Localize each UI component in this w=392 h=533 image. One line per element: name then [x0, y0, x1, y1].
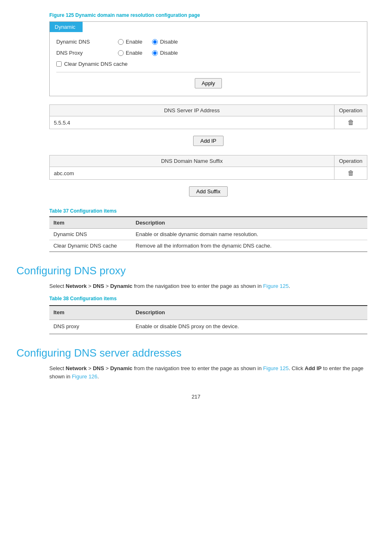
section1-heading: Configuring DNS proxy	[16, 264, 376, 277]
table38-row1-desc: Enable or disable DNS proxy on the devic…	[131, 320, 367, 334]
table37-col-desc: Description	[131, 217, 367, 229]
section2-heading: Configuring DNS server addresses	[16, 347, 376, 359]
clear-cache-row: Clear Dynamic DNS cache	[56, 58, 360, 70]
dns-server-table: DNS Server IP Address Operation 5.5.5.4 …	[49, 104, 367, 129]
section2-text5: Click	[290, 365, 304, 371]
section2-figure126-link[interactable]: Figure 126	[72, 373, 97, 380]
section2-paragraph: Select Network > DNS > Dynamic from the …	[49, 364, 367, 382]
page-number: 217	[16, 394, 376, 400]
section2-text4: from the navigation tree to enter the pa…	[132, 365, 263, 371]
section2-bold2: DNS	[93, 365, 104, 371]
clear-cache-label: Clear Dynamic DNS cache	[64, 61, 128, 67]
apply-button[interactable]: Apply	[195, 78, 222, 88]
section1-bold3: Dynamic	[110, 283, 132, 289]
dns-server-col-header: DNS Server IP Address	[50, 105, 334, 116]
section1-figure-link[interactable]: Figure 125	[263, 283, 288, 289]
dns-suffix-table: DNS Domain Name Suffix Operation abc.com…	[49, 155, 367, 180]
table38-col-item: Item	[49, 306, 131, 320]
dynamic-dns-row: Dynamic DNS Enable Disable	[56, 36, 360, 47]
table-row: Dynamic DNS Enable or disable dynamic do…	[49, 229, 367, 240]
dynamic-dns-disable-option[interactable]: Disable	[152, 39, 178, 45]
dynamic-dns-enable-option[interactable]: Enable	[118, 39, 142, 45]
section2-end: .	[97, 373, 99, 380]
section2-text1: Select	[49, 365, 66, 371]
table37: Item Description Dynamic DNS Enable or d…	[49, 216, 367, 252]
dns-ip-value: 5.5.5.4	[50, 116, 334, 129]
dynamic-dns-label: Dynamic DNS	[56, 39, 118, 45]
dns-proxy-enable-label: Enable	[126, 50, 142, 56]
figure-title: Figure 125 Dynamic domain name resolutio…	[49, 12, 376, 18]
dns-proxy-row: DNS Proxy Enable Disable	[56, 47, 360, 58]
dynamic-dns-enable-label: Enable	[126, 39, 142, 45]
dns-suffix-delete-cell: 🗑	[334, 167, 367, 180]
add-ip-btn-row: Add IP	[49, 131, 367, 151]
apply-btn-row: Apply	[56, 75, 360, 92]
table38-col-desc: Description	[131, 306, 367, 320]
operation-col-header-1: Operation	[334, 105, 367, 116]
separator-1	[56, 72, 360, 72]
section1-bold1: Network	[66, 283, 87, 289]
section1-paragraph: Select Network > DNS > Dynamic from the …	[49, 282, 367, 291]
dns-server-delete-icon[interactable]: 🗑	[348, 119, 354, 126]
dns-suffix-row: abc.com 🗑	[50, 167, 367, 180]
table37-row2-desc: Remove all the information from the dyna…	[131, 240, 367, 252]
panel-body: Dynamic DNS Enable Disable DNS Proxy Ena…	[50, 32, 367, 96]
add-suffix-btn-row: Add Suffix	[49, 181, 367, 202]
section2-body: Select Network > DNS > Dynamic from the …	[49, 364, 367, 382]
table37-title: Table 37 Configuration items	[49, 208, 367, 214]
section2-bold1: Network	[66, 365, 87, 371]
section2-text3: >	[104, 365, 110, 371]
dns-server-row: 5.5.5.4 🗑	[50, 116, 367, 129]
dns-proxy-enable-option[interactable]: Enable	[118, 50, 142, 56]
section1-body: Select Network > DNS > Dynamic from the …	[49, 282, 367, 334]
section1-text2: >	[87, 283, 93, 289]
dns-proxy-disable-radio[interactable]	[152, 50, 158, 56]
dns-proxy-disable-option[interactable]: Disable	[152, 50, 178, 56]
section2-text2: >	[87, 365, 93, 371]
table-row: Clear Dynamic DNS cache Remove all the i…	[49, 240, 367, 252]
add-ip-button[interactable]: Add IP	[193, 136, 223, 146]
add-suffix-button[interactable]: Add Suffix	[189, 186, 227, 197]
dns-proxy-disable-label: Disable	[160, 50, 178, 56]
dynamic-dns-disable-label: Disable	[160, 39, 178, 45]
table37-col-item: Item	[49, 217, 131, 229]
dns-proxy-radio-group: Enable Disable	[118, 50, 178, 56]
dns-suffix-col-header: DNS Domain Name Suffix	[50, 155, 334, 167]
dns-server-delete-cell: 🗑	[334, 116, 367, 129]
dynamic-dns-radio-group: Enable Disable	[118, 39, 178, 45]
table38-row1-item: DNS proxy	[49, 320, 131, 334]
dns-proxy-label: DNS Proxy	[56, 50, 118, 56]
dynamic-dns-enable-radio[interactable]	[118, 39, 124, 45]
table37-section: Table 37 Configuration items Item Descri…	[49, 208, 367, 252]
operation-col-header-2: Operation	[334, 155, 367, 167]
clear-cache-checkbox[interactable]	[56, 61, 62, 67]
dns-suffix-delete-icon[interactable]: 🗑	[348, 169, 354, 176]
section1-end: .	[289, 283, 291, 289]
table37-row1-desc: Enable or disable dynamic domain name re…	[131, 229, 367, 240]
section2-figure125-link[interactable]: Figure 125	[263, 365, 288, 371]
section2-bold4: Add IP	[305, 365, 322, 371]
table37-row2-item: Clear Dynamic DNS cache	[49, 240, 131, 252]
section2-bold3: Dynamic	[110, 365, 132, 371]
dynamic-dns-disable-radio[interactable]	[152, 39, 158, 45]
table38-title: Table 38 Configuration items	[49, 295, 367, 303]
dns-proxy-enable-radio[interactable]	[118, 50, 124, 56]
dynamic-tab[interactable]: Dynamic	[50, 22, 83, 32]
section1-text3: >	[104, 283, 110, 289]
dns-suffix-value: abc.com	[50, 167, 334, 180]
section1-bold2: DNS	[93, 283, 104, 289]
section1-text1: Select	[49, 283, 66, 289]
table-row: DNS proxy Enable or disable DNS proxy on…	[49, 320, 367, 334]
section1-text4: from the navigation tree to enter the pa…	[132, 283, 263, 289]
table38: Item Description DNS proxy Enable or dis…	[49, 305, 367, 334]
table37-row1-item: Dynamic DNS	[49, 229, 131, 240]
config-panel: Dynamic Dynamic DNS Enable Disable DNS P…	[49, 21, 367, 96]
